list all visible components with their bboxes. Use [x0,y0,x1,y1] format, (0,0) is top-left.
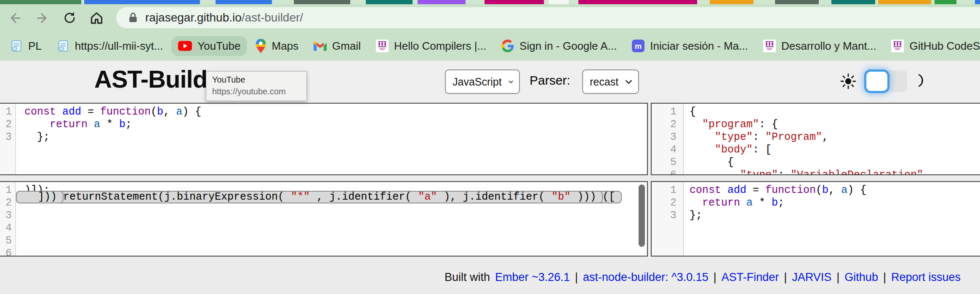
doc-icon [10,40,23,52]
bookmark-item[interactable]: Sign in - Google A... [495,36,623,56]
theme-toggle[interactable] [865,70,907,92]
parser-select-value: recast [590,76,618,88]
doc-icon [57,40,69,52]
moon-icon [913,73,928,90]
bookmark-item[interactable]: GitHub CodeSpa [884,36,980,56]
line-number: 3 [652,131,676,144]
bookmark-item[interactable]: Desarrollo y Mant... [756,36,883,56]
line-number: 6 [652,169,676,175]
bookmark-item[interactable]: https://ull-mii-syt... [50,36,170,56]
bookmark-label: YouTube [197,40,240,53]
ast-json-viewer[interactable]: 123456{ "program": { "type": "Program", … [651,103,980,175]
bookmark-item[interactable]: YouTube [171,36,247,56]
language-select[interactable]: JavaScript [445,69,520,94]
footer-separator: | [883,271,886,284]
tab-top-segment[interactable] [935,0,956,4]
footer-separator: | [784,271,787,284]
footer-link[interactable]: Report issues [891,271,961,284]
chevron-down-icon [509,79,513,85]
svg-text:m: m [635,42,642,51]
code-line: "type": "Program", [684,131,980,144]
footer-separator: | [575,271,578,284]
tab-top-segment[interactable] [418,0,466,4]
parser-label: Parser: [530,73,570,88]
tab-top-segment[interactable] [578,0,697,4]
code-line: }; [684,209,980,222]
tab-top-segment[interactable] [878,0,931,4]
code-area[interactable]: j.variableDeclaration("const", [j.variab… [16,182,647,256]
code-area[interactable]: const add = function(b, a) { return a * … [16,104,647,174]
mastodon-icon: m [632,40,644,52]
code-line: const add = function(b, a) { [16,106,647,118]
tab-top-segment[interactable] [485,0,544,4]
line-number: 2 [0,118,12,131]
parser-select[interactable]: recast [582,69,639,94]
gmail-icon [314,41,327,51]
line-number: 2 [652,118,676,131]
tab-strip[interactable] [0,0,980,4]
line-numbers-gutter: 123456 [652,104,684,174]
code-line: ])) [16,191,64,203]
source-code-editor[interactable]: 123const add = function(b, a) { return a… [0,103,648,175]
line-number: 4 [652,144,676,156]
bookmark-item[interactable]: Gmail [307,36,368,56]
home-button[interactable] [87,4,106,32]
reload-button[interactable] [60,4,79,32]
reload-icon [63,11,77,25]
sun-icon [840,73,857,91]
tooltip-url: https://youtube.com [212,87,301,96]
code-line: { [684,106,980,118]
tab-top-segment[interactable] [975,0,980,4]
tab-top-segment[interactable] [710,0,754,4]
language-select-value: JavaScript [453,76,502,88]
bookmark-item[interactable]: mIniciar sesión - Ma... [625,36,755,56]
tab-top-segment[interactable] [366,0,413,4]
code-line: return a * b; [684,197,980,209]
back-button[interactable] [5,4,24,32]
bookmark-item[interactable]: Maps [249,35,305,56]
bookmark-item[interactable]: PL [3,36,48,56]
url-host: rajasegar.github.io [145,11,242,24]
footer-link[interactable]: Github [844,271,878,284]
line-number: 2 [652,197,676,209]
line-number: 6 [0,247,12,257]
code-area[interactable]: const add = function(b, a) { return a * … [684,182,980,256]
line-number: 2 [0,197,12,209]
line-number: 5 [0,235,12,247]
code-line: { [684,156,980,169]
tab-top-segment[interactable] [294,0,350,4]
theme-toggle-knob[interactable] [866,72,887,91]
university-icon [763,40,776,52]
lock-icon [127,11,139,24]
code-line: return a * b; [16,118,647,131]
tab-top-segment[interactable] [775,0,819,4]
line-numbers-gutter: 123 [0,104,16,174]
bookmark-item[interactable]: Hello Compilers |... [369,36,493,56]
bookmark-label: PL [28,40,42,53]
builder-api-editor[interactable]: 123456j.variableDeclaration("const", [j.… [0,181,648,257]
footer-link[interactable]: Ember ~3.26.1 [495,271,570,284]
tooltip-title: YouTube [212,75,301,85]
tab-top-segment[interactable] [0,0,81,4]
url-path: /ast-builder/ [242,11,303,24]
line-number: 5 [652,156,676,169]
tab-top-segment[interactable] [831,0,875,4]
line-numbers-gutter: 123456 [0,182,16,256]
footer-link[interactable]: ast-node-builder: ^3.0.15 [583,271,708,284]
bookmark-label: Maps [272,40,298,53]
forward-button[interactable] [33,4,52,32]
address-bar[interactable]: rajasegar.github.io/ast-builder/ [116,7,980,28]
bookmark-label: Sign in - Google A... [519,40,617,53]
bookmark-label: Desarrollo y Mant... [781,40,876,53]
line-number: 1 [0,184,12,197]
footer-link[interactable]: AST-Finder [722,271,779,284]
footer: Built with Ember ~3.26.1|ast-node-builde… [0,260,980,294]
scrollbar-thumb[interactable] [639,184,645,247]
footer-link[interactable]: JARVIS [792,271,831,284]
output-code-editor[interactable]: 123const add = function(b, a) { return a… [651,181,980,257]
chevron-down-icon [625,79,632,85]
tab-top-segment[interactable] [84,0,200,4]
tab-top-segment[interactable] [216,0,272,4]
tab-top-segment[interactable] [549,0,569,4]
code-area[interactable]: { "program": { "type": "Program", "body"… [684,104,980,174]
